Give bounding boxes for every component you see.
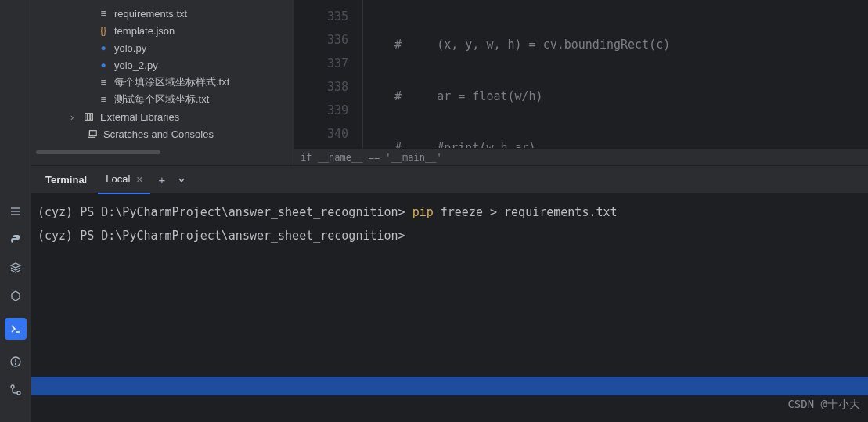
python-file-icon: ●: [97, 59, 110, 71]
text-file-icon: ≡: [97, 93, 110, 106]
editor-gutter: 335 336 337 338 339 340: [294, 0, 363, 165]
prompt: (cyz) PS D:\PyCharmProject\answer_sheet_…: [38, 205, 405, 219]
terminal-dropdown-icon[interactable]: [173, 173, 190, 186]
svg-point-8: [15, 364, 16, 365]
list-icon[interactable]: [9, 205, 22, 218]
hex-icon[interactable]: [9, 290, 22, 302]
svg-point-10: [17, 391, 20, 395]
line-number: 338: [294, 75, 348, 99]
editor-content[interactable]: # (x, y, w, h) = cv.boundingRect(c) # ar…: [363, 0, 868, 165]
command-rest: freeze > requirements.txt: [434, 205, 618, 219]
terminal-line: (cyz) PS D:\PyCharmProject\answer_sheet_…: [38, 224, 862, 247]
file-label: requirements.txt: [114, 8, 187, 20]
terminal-body[interactable]: (cyz) PS D:\PyCharmProject\answer_sheet_…: [31, 194, 868, 422]
tab-label: Local: [106, 173, 130, 185]
svg-rect-12: [88, 114, 90, 121]
tree-file-requirements[interactable]: ≡ requirements.txt: [31, 5, 294, 22]
file-label: 测试每个区域坐标.txt: [114, 92, 209, 106]
json-file-icon: {}: [97, 24, 110, 37]
tree-file-yolo2[interactable]: ● yolo_2.py: [31, 56, 294, 74]
svg-rect-13: [91, 114, 93, 121]
tree-file-cn2[interactable]: ≡ 测试每个区域坐标.txt: [31, 91, 294, 108]
line-number: 336: [294, 28, 348, 52]
breadcrumb[interactable]: if __name__ == '__main__': [294, 148, 868, 165]
breadcrumb-text: if __name__ == '__main__': [301, 152, 442, 163]
code-line: # ar = float(w/h): [394, 85, 868, 108]
add-terminal-button[interactable]: +: [153, 173, 170, 186]
tree-file-cn1[interactable]: ≡ 每个填涂区域坐标样式.txt: [31, 74, 294, 91]
code-line: # (x, y, w, h) = cv.boundingRect(c): [394, 33, 868, 56]
main-area: ≡ requirements.txt {} template.json ● yo…: [31, 0, 868, 422]
svg-marker-3: [11, 263, 20, 268]
warning-icon[interactable]: [9, 355, 22, 368]
line-number: 339: [294, 99, 348, 122]
command-highlighted: pip: [412, 205, 434, 219]
git-icon[interactable]: [9, 384, 22, 396]
terminal-tab-local[interactable]: Local ×: [98, 166, 150, 194]
stack-icon[interactable]: [9, 261, 22, 274]
python-icon[interactable]: [9, 233, 22, 246]
chevron-right-icon: ›: [70, 111, 78, 123]
python-file-icon: ●: [97, 41, 110, 54]
svg-rect-11: [85, 114, 88, 121]
tree-label: Scratches and Consoles: [103, 128, 214, 140]
tree-label: External Libraries: [100, 111, 179, 123]
tool-window-bar: [0, 0, 31, 422]
terminal-tabs: Terminal Local × +: [31, 166, 868, 194]
file-label: template.json: [114, 25, 175, 37]
prompt: (cyz) PS D:\PyCharmProject\answer_sheet_…: [38, 229, 405, 243]
project-tree[interactable]: ≡ requirements.txt {} template.json ● yo…: [31, 0, 294, 165]
text-file-icon: ≡: [97, 7, 110, 20]
watermark: CSDN @十小大: [787, 392, 860, 416]
svg-marker-4: [12, 291, 20, 301]
upper-pane: ≡ requirements.txt {} template.json ● yo…: [31, 0, 868, 166]
tree-external-libraries[interactable]: › External Libraries: [31, 108, 294, 125]
svg-point-9: [11, 385, 14, 388]
text-file-icon: ≡: [97, 76, 110, 88]
file-label: 每个填涂区域坐标样式.txt: [114, 75, 229, 89]
file-label: yolo.py: [114, 42, 146, 54]
scratches-icon: [86, 128, 99, 140]
selection-bar: [31, 377, 868, 395]
terminal-panel: Terminal Local × + (cyz) PS D:\PyCharmPr…: [31, 166, 868, 422]
tree-scratches[interactable]: Scratches and Consoles: [31, 125, 294, 142]
tree-file-template[interactable]: {} template.json: [31, 22, 294, 39]
line-number: 340: [294, 122, 348, 146]
terminal-icon[interactable]: [5, 318, 27, 340]
file-label: yolo_2.py: [114, 60, 158, 71]
line-number: 335: [294, 5, 348, 28]
code-editor[interactable]: 335 336 337 338 339 340 # (x, y, w, h) =…: [294, 0, 868, 165]
close-icon[interactable]: ×: [136, 173, 142, 186]
line-number: 337: [294, 52, 348, 75]
terminal-line: (cyz) PS D:\PyCharmProject\answer_sheet_…: [38, 200, 862, 224]
terminal-title: Terminal: [38, 174, 95, 186]
library-icon: [83, 110, 95, 123]
tree-horizontal-scrollbar[interactable]: [36, 150, 160, 154]
tree-file-yolo[interactable]: ● yolo.py: [31, 39, 294, 56]
